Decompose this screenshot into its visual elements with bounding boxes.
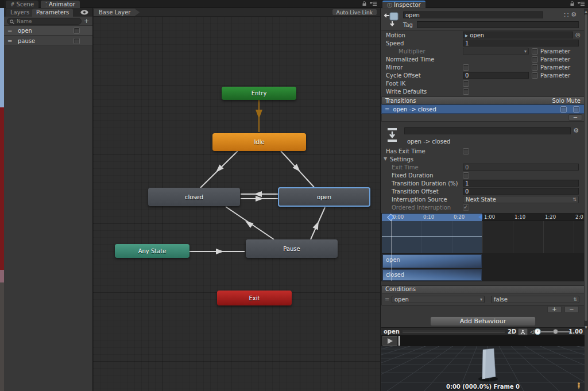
transition-offset-input[interactable]: 0 [463,188,579,195]
eye-icon[interactable] [80,9,89,16]
transition-name-input[interactable] [404,127,571,134]
conditions-box: Conditions = open▾ false⇅ [381,285,585,305]
solo-checkbox[interactable] [560,106,567,113]
state-node-pause[interactable]: Pause [246,239,338,258]
mirror-checkbox[interactable] [463,64,469,71]
has-exit-time-checkbox[interactable] [463,148,469,154]
scroll-up-icon[interactable]: ▲ [584,9,588,13]
tab-scene[interactable]: #Scene [6,1,38,8]
inspector-lock-and-menu-icons[interactable] [570,1,585,7]
tag-input[interactable] [417,21,579,28]
avatar-gizmo-icon[interactable] [577,382,581,389]
window-lock-and-menu-icons[interactable] [362,1,377,7]
multiplier-dropdown[interactable]: ▾ [463,48,529,55]
transition-end-marker[interactable] [478,214,482,220]
condition-parameter-dropdown[interactable]: open▾ [392,296,485,303]
cycle-offset-parameter-checkbox[interactable] [532,72,538,79]
drag-handle-icon[interactable]: = [7,38,12,44]
cycle-offset-label: Cycle Offset [386,72,421,79]
drag-handle-icon[interactable]: = [385,106,389,113]
fixed-duration-checkbox[interactable] [463,172,469,179]
splitter-handle[interactable] [403,331,505,332]
transition-offset-row: Transition Offset 0 [381,188,585,196]
normalized-time-parameter-checkbox[interactable] [532,56,538,63]
play-button[interactable] [382,336,397,346]
transition-row-selected[interactable]: =open -> closed [381,104,585,114]
mute-checkbox[interactable] [573,106,579,113]
transition-settings: Exit Time 0 Fixed Duration Transition Du… [381,164,585,212]
transition-duration-input[interactable]: 1 [463,180,579,187]
state-node-idle[interactable]: Idle [212,133,306,151]
inspector-scrollbar[interactable]: ▲ ▼ [584,9,588,330]
preview-viewport[interactable]: 0:00 (000.0%) Frame 0 [381,346,585,391]
left-edge-strip-red [0,107,4,270]
inspector-tabbar: ⓘInspector [380,0,588,8]
scrollbar-thumb[interactable] [585,14,587,321]
parameter-pause-checkbox[interactable] [74,38,80,44]
timeline-playhead[interactable] [392,217,392,281]
add-condition-button[interactable]: + [547,306,562,313]
tab-parameters[interactable]: Parameters [32,9,73,17]
clip-bar-closed[interactable]: closed [382,269,482,281]
gear-icon[interactable]: ⚙ [573,127,579,134]
transition-title: open -> closed [407,138,450,145]
write-defaults-checkbox[interactable] [463,88,469,95]
remove-condition-button[interactable]: − [564,306,579,313]
parameter-row-pause[interactable]: = pause [4,36,92,46]
ordered-interruption-checkbox[interactable] [463,204,469,211]
breadcrumb-base-layer[interactable]: Base Layer [94,9,140,16]
mirror-row: Mirror Parameter [381,64,585,72]
state-node-closed[interactable]: closed [148,188,240,206]
auto-live-link-button[interactable]: Auto Live Link [332,9,377,16]
state-node-entry[interactable]: Entry [222,87,296,100]
object-picker-icon[interactable]: ◎ [575,32,581,38]
speed-input[interactable]: 1 [463,40,579,47]
tick-label: 1:20 [545,214,556,220]
tab-inspector[interactable]: ⓘInspector [382,1,425,8]
speed-slider-knob[interactable] [553,329,558,334]
preview-pivot-button[interactable] [518,328,528,335]
speed-slider[interactable] [540,331,570,332]
parameter-open-checkbox[interactable] [74,28,80,34]
preview-scrub-playhead[interactable] [399,336,400,346]
drag-handle-icon[interactable]: = [385,296,389,303]
parameter-label: Parameter [540,48,570,55]
tab-layers[interactable]: Layers [6,9,33,17]
scroll-down-icon[interactable]: ▼ [584,325,588,329]
preview-2d-button[interactable]: 2D [508,328,516,335]
add-parameter-button[interactable]: + [82,18,91,25]
timeline-ruler[interactable]: 0:00 0:10 0:20 1:00 1:10 1:20 2:0 [382,214,584,221]
exit-time-input[interactable]: 0 [463,164,579,171]
solo-mute-labels: Solo Mute [552,97,581,104]
play-icon [388,338,393,344]
left-edge-strip-mauve [0,270,4,282]
mirror-parameter-checkbox[interactable] [532,64,538,71]
motion-object-field[interactable]: ▸ open [463,32,573,38]
tab-animator[interactable]: ⁚Animator [41,1,80,8]
multiplier-parameter-checkbox[interactable] [532,48,538,55]
add-behaviour-button[interactable]: Add Behaviour [430,316,536,326]
remove-transition-button[interactable]: − [568,114,582,121]
transition-duration-row: Transition Duration (%) 1 [381,180,585,188]
clip-bar-open[interactable]: open [382,254,482,268]
search-input[interactable]: Name [7,18,82,25]
interruption-source-dropdown[interactable]: Next State⇅ [463,196,579,203]
condition-value-dropdown[interactable]: false⇅ [491,296,579,303]
speed-row: Speed 1 [381,40,585,48]
unity-editor-window: #Scene ⁚Animator Layers Parameters Name … [0,0,588,391]
state-header-icons[interactable]: ⸬⚙ [564,11,579,18]
foot-ik-row: Foot IK [381,80,585,88]
state-node-exit[interactable]: Exit [217,291,292,305]
state-node-any-state[interactable]: Any State [115,244,189,258]
state-node-open-selected[interactable]: open [278,187,370,207]
cycle-offset-input[interactable]: 0 [463,72,529,79]
parameter-name: open [18,28,32,34]
foot-ik-checkbox[interactable] [463,80,469,87]
state-name-input[interactable]: open [403,11,543,18]
settings-foldout[interactable]: ▼ Settings [381,156,588,164]
drag-handle-icon[interactable]: = [7,28,12,34]
preview-titlebar[interactable]: open 2D ◁🕐 1.00 [381,327,585,335]
transition-timeline[interactable]: 0:00 0:10 0:20 1:00 1:10 1:20 2:0 open c… [381,213,585,281]
interruption-source-label: Interruption Source [392,196,447,203]
parameter-row-open[interactable]: = open [4,26,92,36]
